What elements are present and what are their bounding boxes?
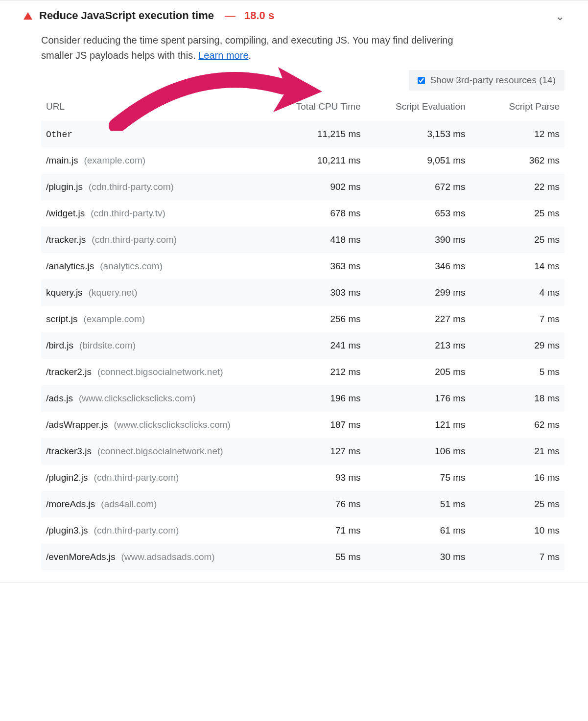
cell-url: Other bbox=[41, 121, 271, 147]
chevron-up-icon: ⌃ bbox=[556, 9, 564, 22]
cell-url: /plugin3.js(cdn.third-party.com) bbox=[41, 517, 271, 544]
cell-cpu: 10,211 ms bbox=[271, 147, 365, 174]
cell-cpu: 11,215 ms bbox=[271, 121, 365, 147]
cell-parse: 21 ms bbox=[470, 438, 564, 465]
resources-table: URL Total CPU Time Script Evaluation Scr… bbox=[41, 93, 564, 570]
cell-cpu: 71 ms bbox=[271, 517, 365, 544]
dash-separator: — bbox=[225, 9, 235, 22]
resource-path: /widget.js bbox=[46, 208, 85, 218]
resource-path: /analytics.js bbox=[46, 261, 94, 271]
cell-cpu: 303 ms bbox=[271, 279, 365, 306]
cell-eval: 75 ms bbox=[366, 465, 470, 491]
cell-url: kquery.js(kquery.net) bbox=[41, 279, 271, 306]
cell-eval: 106 ms bbox=[366, 438, 470, 465]
cell-cpu: 196 ms bbox=[271, 385, 365, 412]
resource-path: /moreAds.js bbox=[46, 499, 95, 509]
audit-title: Reduce JavaScript execution time bbox=[39, 9, 214, 22]
cell-url: /widget.js(cdn.third-party.tv) bbox=[41, 200, 271, 227]
table-row: /tracker.js(cdn.third-party.com)418 ms39… bbox=[41, 227, 564, 253]
table-header-row: URL Total CPU Time Script Evaluation Scr… bbox=[41, 93, 564, 121]
resource-host: (cdn.third-party.com) bbox=[94, 525, 179, 535]
table-row: /ads.js(www.clicksclicksclicks.com)196 m… bbox=[41, 385, 564, 412]
cell-parse: 29 ms bbox=[470, 332, 564, 359]
resource-host: (www.clicksclicksclicks.com) bbox=[114, 419, 231, 430]
table-row: kquery.js(kquery.net)303 ms299 ms4 ms bbox=[41, 279, 564, 306]
cell-cpu: 241 ms bbox=[271, 332, 365, 359]
cell-parse: 62 ms bbox=[470, 412, 564, 438]
audit-panel: Reduce JavaScript execution time — 18.0 … bbox=[0, 0, 588, 582]
learn-more-link[interactable]: Learn more bbox=[198, 50, 248, 61]
fail-triangle-icon bbox=[24, 12, 32, 20]
resource-host: (cdn.third-party.com) bbox=[92, 234, 177, 245]
cell-cpu: 93 ms bbox=[271, 465, 365, 491]
resource-host: (www.clicksclicksclicks.com) bbox=[79, 393, 196, 403]
table-row: /widget.js(cdn.third-party.tv)678 ms653 … bbox=[41, 200, 564, 227]
cell-parse: 25 ms bbox=[470, 491, 564, 517]
cell-cpu: 76 ms bbox=[271, 491, 365, 517]
resource-path: /plugin2.js bbox=[46, 472, 88, 483]
cell-url: /tracker2.js(connect.bigsocialnetwork.ne… bbox=[41, 359, 271, 385]
resource-path: /ads.js bbox=[46, 393, 73, 403]
resource-host: (analytics.com) bbox=[100, 261, 163, 271]
cell-cpu: 418 ms bbox=[271, 227, 365, 253]
cell-url: /moreAds.js(ads4all.com) bbox=[41, 491, 271, 517]
cell-eval: 653 ms bbox=[366, 200, 470, 227]
resource-host: (cdn.third-party.com) bbox=[94, 472, 179, 483]
resource-host: (www.adsadsads.com) bbox=[121, 552, 215, 562]
resource-path: /tracker3.js bbox=[46, 446, 92, 456]
cell-parse: 25 ms bbox=[470, 227, 564, 253]
cell-eval: 30 ms bbox=[366, 544, 470, 570]
cell-eval: 3,153 ms bbox=[366, 121, 470, 147]
table-row: /plugin3.js(cdn.third-party.com)71 ms61 … bbox=[41, 517, 564, 544]
cell-eval: 9,051 ms bbox=[366, 147, 470, 174]
table-row: /tracker2.js(connect.bigsocialnetwork.ne… bbox=[41, 359, 564, 385]
cell-cpu: 127 ms bbox=[271, 438, 365, 465]
table-row: /analytics.js(analytics.com)363 ms346 ms… bbox=[41, 253, 564, 279]
table-row: /tracker3.js(connect.bigsocialnetwork.ne… bbox=[41, 438, 564, 465]
cell-url: /plugin2.js(cdn.third-party.com) bbox=[41, 465, 271, 491]
resource-path: kquery.js bbox=[46, 287, 83, 298]
table-row: /bird.js(birdsite.com)241 ms213 ms29 ms bbox=[41, 332, 564, 359]
cell-cpu: 187 ms bbox=[271, 412, 365, 438]
show-3rd-party-checkbox[interactable] bbox=[418, 77, 425, 84]
cell-url: script.js(example.com) bbox=[41, 306, 271, 332]
cell-eval: 299 ms bbox=[366, 279, 470, 306]
table-row: /moreAds.js(ads4all.com)76 ms51 ms25 ms bbox=[41, 491, 564, 517]
cell-eval: 390 ms bbox=[366, 227, 470, 253]
resource-host: (example.com) bbox=[84, 155, 145, 165]
resource-host: (cdn.third-party.tv) bbox=[91, 208, 165, 218]
cell-eval: 672 ms bbox=[366, 174, 470, 200]
cell-url: /evenMoreAds.js(www.adsadsads.com) bbox=[41, 544, 271, 570]
col-header-cpu: Total CPU Time bbox=[271, 93, 365, 121]
table-row: /plugin.js(cdn.third-party.com)902 ms672… bbox=[41, 174, 564, 200]
cell-url: /ads.js(www.clicksclicksclicks.com) bbox=[41, 385, 271, 412]
resource-path: script.js bbox=[46, 314, 77, 324]
cell-url: /bird.js(birdsite.com) bbox=[41, 332, 271, 359]
cell-eval: 121 ms bbox=[366, 412, 470, 438]
cell-parse: 25 ms bbox=[470, 200, 564, 227]
table-row: Other11,215 ms3,153 ms12 ms bbox=[41, 121, 564, 147]
resource-path: /tracker2.js bbox=[46, 367, 92, 377]
col-header-eval: Script Evaluation bbox=[366, 93, 470, 121]
cell-parse: 4 ms bbox=[470, 279, 564, 306]
resource-path: /bird.js bbox=[46, 340, 73, 350]
cell-parse: 22 ms bbox=[470, 174, 564, 200]
cell-eval: 61 ms bbox=[366, 517, 470, 544]
audit-header[interactable]: Reduce JavaScript execution time — 18.0 … bbox=[24, 9, 564, 22]
resource-path: Other bbox=[46, 130, 72, 140]
cell-cpu: 212 ms bbox=[271, 359, 365, 385]
cell-url: /analytics.js(analytics.com) bbox=[41, 253, 271, 279]
show-3rd-party-toggle[interactable]: Show 3rd-party resources (14) bbox=[409, 70, 564, 91]
cell-parse: 362 ms bbox=[470, 147, 564, 174]
resource-host: (ads4all.com) bbox=[101, 499, 157, 509]
cell-cpu: 363 ms bbox=[271, 253, 365, 279]
resource-host: (example.com) bbox=[83, 314, 145, 324]
resource-path: /main.js bbox=[46, 155, 78, 165]
cell-eval: 346 ms bbox=[366, 253, 470, 279]
cell-cpu: 678 ms bbox=[271, 200, 365, 227]
resource-path: /tracker.js bbox=[46, 234, 86, 245]
cell-cpu: 256 ms bbox=[271, 306, 365, 332]
cell-parse: 16 ms bbox=[470, 465, 564, 491]
cell-eval: 227 ms bbox=[366, 306, 470, 332]
resource-path: /adsWrapper.js bbox=[46, 419, 108, 430]
